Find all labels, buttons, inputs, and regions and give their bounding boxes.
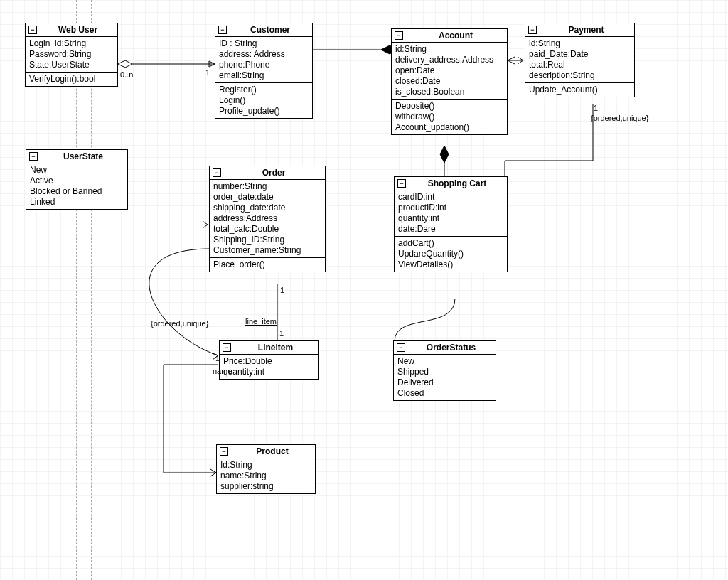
attribute-row: email:String bbox=[219, 70, 309, 81]
class-title: Order bbox=[225, 168, 322, 178]
operation-row: VerifyLogin():bool bbox=[29, 74, 114, 85]
constraint-label: {ordered,unique} bbox=[591, 114, 648, 122]
class-order: −Order number:Stringorder_date:dateshipp… bbox=[209, 166, 326, 272]
class-shopping-cart: −Shopping Cart cardID:intproductID:intqu… bbox=[394, 176, 508, 272]
attribute-row: date:Dare bbox=[398, 224, 503, 235]
attribute-row: paid_Date:Date bbox=[529, 49, 631, 60]
collapse-icon: − bbox=[397, 343, 405, 352]
attribute-row: Shipped bbox=[397, 367, 492, 377]
attribute-row: quantity:int bbox=[223, 367, 315, 377]
constraint-label: {ordered,unique} bbox=[151, 319, 208, 328]
collapse-icon: − bbox=[528, 26, 537, 34]
class-account: −Account id:Stringdelivery_address:Addre… bbox=[391, 28, 508, 135]
attribute-row: Password:String bbox=[29, 49, 114, 60]
collapse-icon: − bbox=[397, 179, 406, 188]
operation-row: Register() bbox=[219, 85, 309, 95]
attribute-row: Delivered bbox=[397, 377, 492, 388]
attribute-row: closed:Date bbox=[395, 76, 503, 87]
attribute-row: id:String bbox=[529, 38, 631, 49]
association-label: name bbox=[213, 367, 232, 375]
multiplicity: 1 bbox=[215, 354, 220, 362]
attribute-row: address:Address bbox=[213, 213, 321, 224]
attribute-row: description:String bbox=[529, 70, 631, 81]
multiplicity: 1 bbox=[280, 286, 284, 294]
attribute-row: delivery_address:Address bbox=[395, 55, 503, 65]
operation-row: Profile_update() bbox=[219, 106, 309, 117]
attribute-row: open:Date bbox=[395, 65, 503, 76]
class-payment: −Payment id:Stringpaid_Date:Datetotal:Re… bbox=[525, 23, 635, 97]
class-userstate: −UserState NewActiveBlocked or BannedLin… bbox=[26, 149, 128, 210]
class-product: −Product Id:Stringname:Stringsupplier:st… bbox=[216, 444, 316, 494]
guideline bbox=[91, 0, 92, 580]
attribute-row: Id:String bbox=[220, 460, 311, 471]
class-lineitem: −LineItem Price:Doublequantity:int bbox=[219, 340, 319, 380]
collapse-icon: − bbox=[395, 31, 403, 40]
class-web-user: −Web User Login_id:StringPassword:String… bbox=[25, 23, 118, 87]
attribute-row: Shipping_ID:String bbox=[213, 235, 321, 245]
attribute-row: State:UserState bbox=[29, 60, 114, 70]
attribute-row: supplier:string bbox=[220, 481, 311, 492]
attribute-row: Active bbox=[30, 176, 124, 186]
attribute-row: New bbox=[397, 356, 492, 367]
class-title: Product bbox=[232, 446, 312, 456]
class-title: LineItem bbox=[235, 343, 316, 353]
svg-marker-1 bbox=[209, 61, 215, 67]
class-title: Payment bbox=[541, 25, 631, 35]
class-title: Account bbox=[407, 31, 504, 41]
attribute-row: Price:Double bbox=[223, 356, 315, 367]
class-title: Customer bbox=[231, 25, 309, 35]
operation-row: Deposite() bbox=[395, 101, 503, 112]
attribute-row: Blocked or Banned bbox=[30, 186, 124, 197]
class-title: UserState bbox=[42, 151, 124, 161]
attribute-row: phone:Phone bbox=[219, 60, 309, 70]
class-title: Web User bbox=[41, 25, 114, 35]
attribute-row: order_date:date bbox=[213, 192, 321, 203]
multiplicity: 1 bbox=[279, 329, 284, 338]
class-title: Shopping Cart bbox=[410, 178, 504, 188]
attribute-row: Closed bbox=[397, 388, 492, 399]
diagram-canvas: −Web User Login_id:StringPassword:String… bbox=[0, 0, 728, 580]
attribute-row: name:String bbox=[220, 471, 311, 481]
collapse-icon: − bbox=[29, 152, 38, 161]
multiplicity: 0..n bbox=[120, 70, 133, 79]
class-title: OrderStatus bbox=[410, 343, 493, 353]
multiplicity: 1 bbox=[594, 104, 598, 112]
attribute-row: is_closed:Boolean bbox=[395, 87, 503, 97]
svg-marker-7 bbox=[440, 146, 449, 163]
attribute-row: id:String bbox=[395, 44, 503, 55]
class-customer: −Customer ID : Stringaddress: Addresspho… bbox=[215, 23, 313, 119]
association-label: line_item bbox=[245, 317, 277, 326]
operation-row: Account_updation() bbox=[395, 122, 503, 133]
attribute-row: New bbox=[30, 165, 124, 176]
svg-marker-2 bbox=[118, 60, 132, 68]
operation-row: addCart() bbox=[398, 238, 503, 249]
attribute-row: Customer_name:String bbox=[213, 245, 321, 256]
attribute-row: ID : String bbox=[219, 38, 309, 49]
attribute-row: total:Real bbox=[529, 60, 631, 70]
operation-row: Update_Account() bbox=[529, 85, 631, 95]
collapse-icon: − bbox=[220, 447, 228, 456]
guideline bbox=[76, 0, 77, 580]
collapse-icon: − bbox=[223, 343, 231, 352]
attribute-row: quantity:int bbox=[398, 213, 503, 224]
attribute-row: productID:int bbox=[398, 203, 503, 213]
multiplicity: 1 bbox=[205, 68, 210, 77]
attribute-row: cardID:int bbox=[398, 192, 503, 203]
class-orderstatus: −OrderStatus NewShippedDeliveredClosed bbox=[393, 340, 496, 401]
operation-row: withdraw() bbox=[395, 112, 503, 122]
attribute-row: Linked bbox=[30, 197, 124, 208]
attribute-row: number:String bbox=[213, 181, 321, 192]
collapse-icon: − bbox=[28, 26, 37, 34]
operation-row: Login() bbox=[219, 95, 309, 106]
attribute-row: total_calc:Double bbox=[213, 224, 321, 235]
operation-row: Place_order() bbox=[213, 259, 321, 270]
collapse-icon: − bbox=[218, 26, 227, 34]
collapse-icon: − bbox=[213, 168, 221, 177]
attribute-row: shipping_date:date bbox=[213, 203, 321, 213]
operation-row: UpdareQuantity() bbox=[398, 249, 503, 259]
operation-row: ViewDetailes() bbox=[398, 259, 503, 270]
attribute-row: address: Address bbox=[219, 49, 309, 60]
attribute-row: Login_id:String bbox=[29, 38, 114, 49]
